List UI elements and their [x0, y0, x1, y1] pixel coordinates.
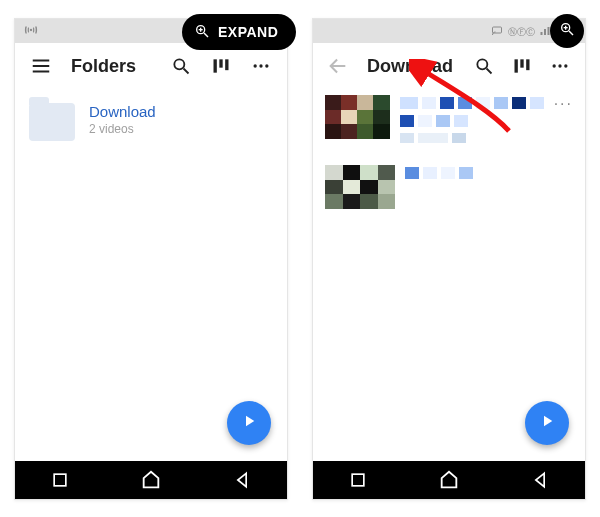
overflow-button[interactable]	[545, 50, 575, 82]
stage: EXPAND 0:14	[0, 0, 600, 517]
expand-label: EXPAND	[218, 24, 278, 40]
annotation-arrow-icon	[409, 59, 519, 139]
menu-button[interactable]	[25, 50, 57, 82]
square-icon	[50, 470, 70, 490]
folder-name: Download	[89, 103, 156, 120]
cast-icon	[490, 23, 504, 41]
expand-button[interactable]: EXPAND	[182, 14, 296, 50]
svg-point-31	[564, 64, 567, 67]
svg-point-18	[259, 64, 262, 67]
search-button[interactable]	[165, 50, 197, 82]
folder-subtitle: 2 videos	[89, 122, 156, 136]
overflow-button[interactable]	[245, 50, 277, 82]
svg-point-8	[30, 29, 32, 31]
video-info	[405, 165, 573, 185]
system-nav-bar	[15, 461, 287, 499]
folder-item-download[interactable]: Download 2 videos	[15, 89, 287, 155]
nav-home-button[interactable]	[438, 469, 460, 491]
back-triangle-icon	[530, 470, 550, 490]
svg-point-17	[254, 64, 257, 67]
view-button[interactable]	[205, 50, 237, 82]
view-columns-icon	[211, 56, 231, 76]
svg-rect-28	[526, 59, 529, 70]
svg-rect-32	[352, 474, 364, 486]
video-item[interactable]	[325, 165, 573, 209]
svg-line-1	[204, 33, 208, 37]
zoom-button-right[interactable]	[550, 14, 584, 48]
svg-point-19	[265, 64, 268, 67]
arrow-left-icon	[327, 55, 349, 77]
play-icon	[538, 412, 556, 434]
svg-rect-15	[219, 59, 222, 67]
folder-meta: Download 2 videos	[89, 103, 156, 136]
svg-point-12	[174, 59, 184, 69]
play-fab[interactable]	[525, 401, 569, 445]
video-title-blur	[405, 167, 573, 179]
svg-line-5	[569, 31, 573, 35]
home-outline-icon	[438, 469, 460, 491]
play-icon	[240, 412, 258, 434]
svg-rect-27	[520, 59, 523, 67]
phone-left: 0:14 Folders	[14, 18, 288, 500]
svg-point-30	[558, 64, 561, 67]
system-nav-bar	[313, 461, 585, 499]
nav-back-button[interactable]	[232, 470, 252, 490]
svg-rect-16	[225, 59, 228, 70]
status-bar: ⓃⒻⒸ	[313, 19, 585, 43]
nav-recents-button[interactable]	[348, 470, 368, 490]
zoom-in-icon	[194, 23, 210, 42]
back-triangle-icon	[232, 470, 252, 490]
home-outline-icon	[140, 469, 162, 491]
back-button[interactable]	[323, 50, 353, 82]
svg-line-13	[184, 69, 189, 74]
search-icon	[171, 56, 191, 76]
svg-rect-20	[54, 474, 66, 486]
svg-rect-14	[214, 59, 217, 72]
zoom-in-icon	[559, 21, 575, 41]
phone-right: ⓃⒻⒸ Download	[312, 18, 586, 500]
more-horizontal-icon	[251, 56, 271, 76]
item-overflow-icon[interactable]: ···	[554, 95, 573, 113]
more-horizontal-icon	[550, 56, 570, 76]
video-thumbnail	[325, 165, 395, 209]
menu-icon	[30, 55, 52, 77]
nav-home-button[interactable]	[140, 469, 162, 491]
nfc-icon: ⓃⒻⒸ	[508, 26, 535, 39]
svg-point-29	[553, 64, 556, 67]
page-title: Folders	[71, 56, 136, 77]
nav-recents-button[interactable]	[50, 470, 70, 490]
play-fab[interactable]	[227, 401, 271, 445]
nav-back-button[interactable]	[530, 470, 550, 490]
broadcast-icon	[23, 23, 39, 41]
video-thumbnail	[325, 95, 390, 139]
folder-icon	[29, 103, 75, 141]
square-icon	[348, 470, 368, 490]
